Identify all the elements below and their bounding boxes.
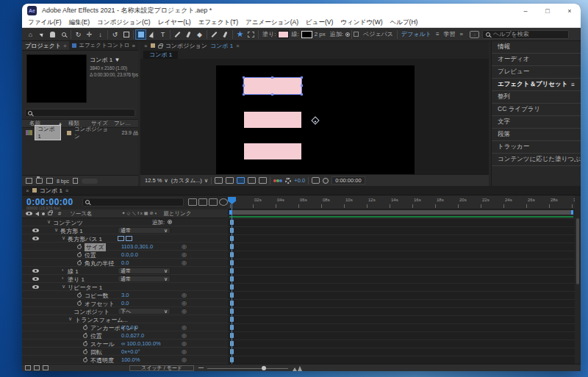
sidebar-panel-4[interactable]: 整列 [492,91,581,104]
property-value[interactable]: 0.0,0.0 [121,251,138,258]
visibility-eye-icon[interactable] [32,229,39,232]
pickwhip-icon[interactable]: ◎ [182,259,187,266]
work-area-bar[interactable] [229,210,573,215]
stopwatch-icon[interactable] [77,301,82,306]
menu-item-4[interactable]: エフェクト(T) [198,18,238,27]
puppet-pin-tool-icon[interactable] [220,29,231,40]
timeline-row-角丸の半径[interactable]: 角丸の半径0.0◎ [22,259,228,267]
stopwatch-icon[interactable] [77,253,82,257]
timeline-row-スケール[interactable]: スケール∞ 100.0,100.0%◎ [22,340,228,348]
add-property-icon[interactable] [168,220,172,224]
exposure-value[interactable]: +0.0 [294,177,305,184]
timeline-track-area[interactable] [228,218,575,364]
tab-effect-controls[interactable]: エフェクトコントロール シェイプ [69,42,129,49]
close-tab-icon[interactable]: × [144,43,148,49]
channel-icon[interactable] [273,179,282,182]
pixel-grid-icon[interactable] [245,29,257,40]
pickwhip-icon[interactable]: ◎ [182,308,187,315]
timeline-row-オフセット[interactable]: オフセット0.0◎ [22,299,228,307]
close-button[interactable]: × [559,4,581,18]
trash-icon[interactable] [73,178,78,184]
shortcut-keys-icon[interactable]: :: [470,31,479,38]
resolution-dropdown[interactable]: (カスタム...)∨ [171,177,208,184]
timeline-tab-comp1[interactable]: コンポ 1 [40,187,62,195]
pickwhip-icon[interactable]: ◎ [182,251,187,258]
zoom-dropdown[interactable]: 12.5 %∨ [145,177,168,184]
dolly-camera-tool-icon[interactable]: ↓ [95,29,106,40]
snapshot-camera-icon[interactable] [312,177,320,184]
property-value[interactable]: 100.0% [121,356,140,363]
timeline-row-位置[interactable]: 位置0.0,0.0◎ [22,251,228,259]
timeline-row-トランスフォーム...[interactable]: ∨トランスフォーム... [22,315,228,323]
timeline-scrollbar[interactable] [575,209,581,364]
pickwhip-icon[interactable]: ◎ [182,292,187,298]
solo-column-icon[interactable] [42,212,45,215]
property-value[interactable]: 0.0 [121,300,129,306]
rectangle-tool-icon[interactable] [135,29,146,40]
mask-visibility-icon[interactable] [237,177,245,184]
timeline-row-コンテンツ[interactable]: ∨コンテンツ追加: [22,218,228,226]
lock-column-icon[interactable] [48,212,52,215]
pickwhip-icon[interactable]: ◎ [182,300,187,306]
eraser-tool-icon[interactable]: ◆ [194,29,205,40]
source-name-column[interactable]: ソース名 [70,210,92,218]
new-folder-icon[interactable] [36,178,43,184]
timeline-row-線 1[interactable]: ›線 1通常∨ [22,267,228,275]
workspace-default[interactable]: デフォルト [401,30,431,38]
panel-comp-name[interactable]: コンポ 1 [210,42,233,50]
twirl-closed-icon[interactable]: › [62,276,63,281]
pan-camera-tool-icon[interactable]: ✛ [84,29,95,40]
stopwatch-icon[interactable] [83,342,87,346]
zoom-out-icon[interactable] [198,367,204,368]
twirl-open-icon[interactable]: ∨ [54,227,58,233]
property-value[interactable]: 1103.0,301.0 [121,243,153,250]
time-ruler[interactable]: 0s02s04s06s08s10s12s14s16s18s20s22s24s26… [228,195,575,209]
show-snapshot-icon[interactable] [323,178,329,184]
viewer-tab-comp1[interactable]: コンポ 1 [143,51,178,59]
sidebar-panel-7[interactable]: 段落 [492,129,581,141]
tab-overflow-icon[interactable]: » [129,43,138,49]
selection-tool-icon[interactable] [36,29,47,40]
panel-menu-icon[interactable]: ≡ [63,43,66,49]
clone-stamp-tool-icon[interactable] [183,29,194,40]
motion-blur-icon[interactable] [219,198,228,206]
pickwhip-icon[interactable]: ◎ [182,243,187,250]
hand-tool-icon[interactable] [47,29,58,40]
timeline-row-塗り 1[interactable]: ›塗り 1通常∨ [22,275,228,283]
pickwhip-icon[interactable]: ◎ [182,356,187,363]
expand-layers-icon[interactable] [25,365,31,370]
grid-guides-icon[interactable] [215,177,223,184]
stopwatch-icon[interactable] [77,293,82,298]
panel-menu-icon[interactable]: ≡ [236,43,239,49]
comp-name[interactable]: コンポ 1 ▼ [90,56,137,64]
pickwhip-icon[interactable]: ◎ [182,348,187,355]
star-icon[interactable] [234,29,245,40]
timeline-row-長方形 1[interactable]: ∨長方形 1通常∨ [22,226,228,234]
stopwatch-icon[interactable] [83,326,87,330]
shape-rectangle-2[interactable] [244,112,301,128]
workspace-menu-icon[interactable]: ≡ [436,31,440,37]
menu-item-5[interactable]: アニメーション(A) [245,18,298,27]
project-row-comp1[interactable]: コンポ 1 コンポジション 23.9 品 [22,129,138,137]
timeline-row-コピー数[interactable]: コピー数3.0◎ [22,291,228,299]
menu-item-1[interactable]: 編集(E) [69,18,90,27]
transparency-grid-icon[interactable] [259,177,267,184]
menu-item-2[interactable]: コンポジション(C) [97,18,151,27]
brush-tool-icon[interactable] [172,29,183,40]
mini-flowchart-icon[interactable] [188,198,197,206]
draft-3d-icon[interactable] [198,198,207,206]
sidebar-panel-1[interactable]: オーディオ [492,54,581,66]
switches-column-icons[interactable]: ✦◇＼fx▦⊘◐ [122,210,159,217]
twirl-open-icon[interactable]: ∨ [68,316,72,322]
property-value[interactable]: 0.0,0.0 [121,324,138,331]
home-icon[interactable]: ⌂ [25,29,36,40]
timeline-row-アンカーポイント[interactable]: アンカーポイント0.0,0.0◎ [22,323,228,331]
stopwatch-icon[interactable] [83,350,87,354]
orbit-camera-tool-icon[interactable]: ↻ [73,29,84,40]
switches-modes-button[interactable]: スイッチ / モード [129,365,194,371]
sidebar-panel-8[interactable]: トラッカー [492,141,581,154]
roto-brush-tool-icon[interactable] [209,29,220,40]
sidebar-panel-6[interactable]: 文字 [492,116,581,129]
fill-color-swatch[interactable] [278,31,289,38]
stopwatch-icon[interactable] [83,334,87,338]
